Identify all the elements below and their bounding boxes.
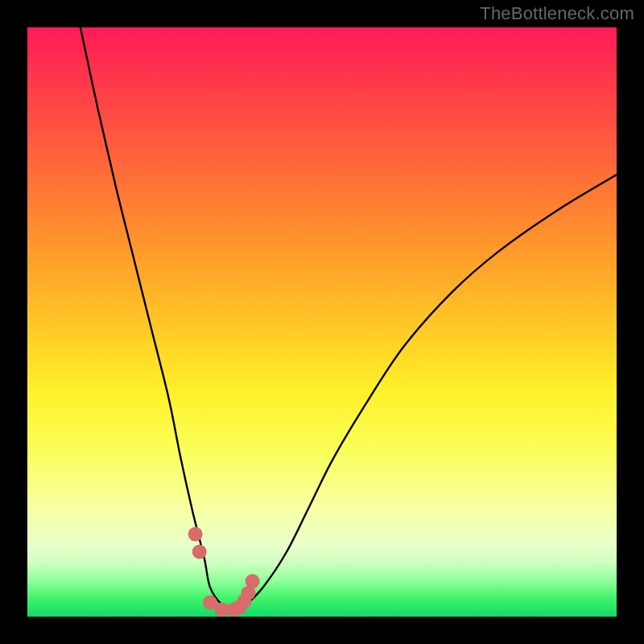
- marker-point: [192, 544, 207, 559]
- bottleneck-curve: [80, 27, 617, 611]
- plot-area: [27, 27, 617, 617]
- marker-group: [188, 527, 260, 617]
- chart-frame: TheBottleneck.com: [0, 0, 644, 644]
- marker-point: [246, 574, 260, 588]
- watermark-text: TheBottleneck.com: [480, 3, 634, 24]
- marker-point: [188, 527, 203, 542]
- curve-svg: [27, 27, 617, 617]
